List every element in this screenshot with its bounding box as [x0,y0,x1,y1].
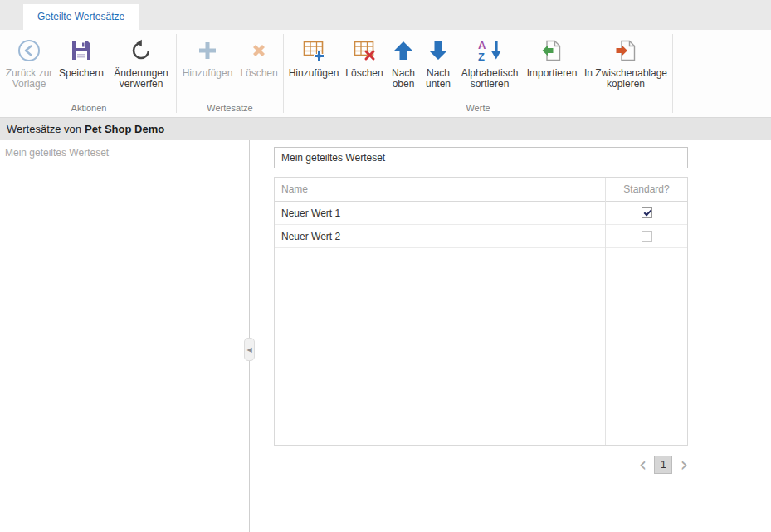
ribbon-group-label: Aktionen [3,101,174,117]
svg-text:A: A [478,39,486,51]
button-label: Hinzufügen [183,68,233,79]
copy-to-clipboard-icon [612,37,639,64]
button-label: Löschen [240,68,277,79]
group-separator [283,34,284,113]
standard-checkbox[interactable] [642,231,652,242]
ribbon-group-label: Wertesätze [178,101,281,117]
arrow-down-icon [425,37,451,64]
delete-value-button[interactable]: Löschen [342,32,387,79]
move-down-button[interactable]: Nach unten [420,32,456,90]
cell-value-name: Neuer Wert 1 [275,207,606,219]
tab-geteilte-wertesaetze[interactable]: Geteilte Wertesätze [23,4,139,30]
values-table: Name Standard? Neuer Wert 1 Neuer Wert 2 [274,177,688,446]
panel-collapse-handle[interactable]: ◀ [244,338,255,361]
valueset-detail-panel: Name Standard? Neuer Wert 1 Neuer Wert 2… [250,140,771,532]
delete-valueset-button[interactable]: Löschen [237,32,281,79]
table-header-row: Name Standard? [275,178,687,202]
plus-icon [194,37,221,64]
button-label: Alphabetisch sortieren [456,68,523,90]
button-label: Änderungen verwerfen [108,68,174,90]
button-label: Hinzufügen [289,68,339,79]
valueset-list-panel: Mein geteiltes Werteset ◀ [0,140,250,532]
tab-strip: Geteilte Wertesätze [0,0,771,30]
save-icon [68,37,95,64]
ribbon-group-werte: Hinzufügen Löschen [285,30,671,117]
add-valueset-button[interactable]: Hinzufügen [178,32,237,79]
ribbon-group-aktionen: Zurück zur Vorlage Speichern [3,30,174,117]
add-value-button[interactable]: Hinzufügen [285,32,342,79]
move-up-button[interactable]: Nach oben [387,32,420,90]
svg-text:Z: Z [478,51,485,63]
ribbon-group-werte-buttons: Hinzufügen Löschen [285,30,671,101]
current-page-button[interactable]: 1 [654,456,672,474]
table-plus-icon [300,37,327,64]
button-label: Nach oben [387,68,420,90]
import-icon [539,37,565,64]
ribbon-group-aktionen-buttons: Zurück zur Vorlage Speichern [3,30,174,101]
pagination: ‹ 1 › [274,456,688,474]
cell-standard [606,231,687,242]
button-label: Speichern [59,68,104,79]
ribbon-group-wertesaetze: Hinzufügen Löschen Wertesätze [178,30,281,117]
sort-alphabetically-button[interactable]: A Z Alphabetisch sortieren [456,32,523,90]
table-row[interactable]: Neuer Wert 1 [275,202,687,225]
content-area: Mein geteiltes Werteset ◀ Name Standard?… [0,140,771,532]
button-label: Löschen [345,68,383,79]
sort-az-icon: A Z [476,37,503,64]
standard-checkbox[interactable] [642,207,652,218]
cell-value-name: Neuer Wert 2 [275,231,606,242]
button-label: Zurück zur Vorlage [3,68,55,90]
copy-to-clipboard-button[interactable]: In Zwischenablage kopieren [581,32,671,90]
undo-icon [128,37,154,64]
column-header-standard: Standard? [606,183,687,195]
discard-changes-button[interactable]: Änderungen verwerfen [108,32,174,90]
next-page-icon[interactable]: › [680,456,688,474]
content-header: Wertesätze von Pet Shop Demo [0,118,771,140]
sidebar-item-valueset[interactable]: Mein geteiltes Werteset [0,140,249,164]
button-label: Nach unten [420,68,456,90]
back-to-template-button[interactable]: Zurück zur Vorlage [3,32,55,90]
valueset-name-input[interactable] [274,147,688,168]
back-circle-icon [16,37,42,64]
collapse-left-icon: ◀ [246,346,251,354]
button-label: In Zwischenablage kopieren [581,68,671,90]
header-prefix: Wertesätze von [7,123,81,135]
ribbon-group-label: Werte [285,101,671,117]
delete-x-icon [246,37,272,64]
arrow-up-icon [390,37,417,64]
table-delete-icon [351,37,378,64]
prev-page-icon[interactable]: ‹ [639,456,647,474]
import-button[interactable]: Importieren [523,32,581,79]
ribbon-group-wertesaetze-buttons: Hinzufügen Löschen [178,30,281,101]
button-label: Importieren [527,68,578,79]
save-button[interactable]: Speichern [55,32,108,79]
cell-standard [606,207,687,218]
column-divider [605,178,606,445]
group-separator [672,34,673,113]
table-row[interactable]: Neuer Wert 2 [275,225,687,248]
header-title: Pet Shop Demo [85,123,164,135]
column-header-name: Name [275,183,606,195]
ribbon: Zurück zur Vorlage Speichern [0,30,771,118]
group-separator [176,34,177,113]
